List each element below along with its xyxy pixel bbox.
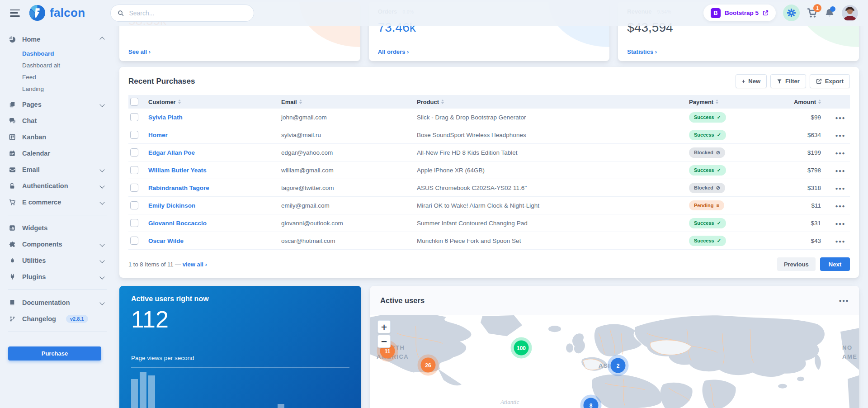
view-all-link[interactable]: view all › (183, 261, 207, 268)
search-box[interactable] (110, 5, 254, 22)
sidebar-item-plugins[interactable]: Plugins (8, 269, 107, 285)
user-avatar[interactable] (842, 5, 858, 21)
search-input[interactable] (128, 9, 247, 17)
select-all-checkbox[interactable] (130, 98, 138, 106)
previous-button[interactable]: Previous (777, 257, 816, 271)
customer-link[interactable]: Sylvia Plath (148, 114, 183, 121)
sidebar-item-widgets[interactable]: Widgets (8, 220, 107, 236)
top-navbar: falcon B Bootstrap 5 1 (0, 0, 868, 26)
divider (8, 215, 107, 215)
envelope-icon (8, 166, 16, 173)
card-menu-button[interactable]: ●●● (839, 298, 849, 303)
active-users-now-card: Active users right now 112 Page views pe… (119, 286, 361, 408)
row-checkbox[interactable] (130, 237, 138, 245)
map-card-title: Active users (380, 296, 425, 305)
filter-button[interactable]: Filter (770, 74, 806, 88)
customer-link[interactable]: Oscar Wilde (148, 237, 184, 244)
page-views-bar-chart (131, 368, 349, 408)
email-cell: giovanni@outlook.com (279, 214, 415, 232)
sidebar-item-chat[interactable]: Chat (8, 113, 107, 129)
chevron-right-icon: › (407, 48, 409, 55)
map-marker: 26 (421, 358, 436, 373)
customer-link[interactable]: Homer (148, 132, 168, 138)
world-map[interactable]: + − NORTHAMERICA ASIA NOAME Atlantic 11 … (370, 315, 859, 408)
column-header-email[interactable]: Email (279, 95, 415, 109)
sidebar-item-components[interactable]: Components (8, 236, 107, 252)
hamburger-menu-button[interactable] (10, 9, 20, 17)
table-row: Emily Dickinson emily@gmail.com Mirari O… (128, 197, 850, 214)
see-all-link[interactable]: See all › (128, 48, 151, 55)
next-button[interactable]: Next (820, 257, 850, 271)
settings-button[interactable] (783, 5, 800, 21)
sort-icon (818, 100, 821, 104)
row-checkbox[interactable] (130, 131, 138, 139)
customer-link[interactable]: Edgar Allan Poe (148, 149, 195, 156)
export-button[interactable]: Export (810, 74, 850, 88)
status-badge: Success✓ (689, 218, 726, 228)
external-link-icon (763, 10, 769, 16)
row-checkbox[interactable] (130, 201, 138, 209)
row-actions-menu[interactable]: ●●● (835, 133, 845, 138)
row-checkbox[interactable] (130, 148, 138, 157)
row-actions-menu[interactable]: ●●● (835, 239, 845, 244)
column-header-payment[interactable]: Payment (687, 95, 773, 109)
purchase-button[interactable]: Purchase (8, 346, 101, 361)
chevron-down-icon (99, 274, 104, 279)
sidebar-item-feed[interactable]: Feed (22, 71, 107, 83)
cart-button[interactable]: 1 (807, 8, 817, 18)
sidebar-item-pages[interactable]: Pages (8, 96, 107, 113)
row-checkbox[interactable] (130, 219, 138, 227)
notifications-button[interactable] (825, 8, 835, 18)
sidebar-item-ecommerce[interactable]: E commerce (8, 194, 107, 210)
new-button[interactable]: + New (736, 74, 767, 88)
sidebar-item-home[interactable]: Home (8, 31, 107, 47)
sidebar-item-changelog[interactable]: Changelog v2.8.1 (8, 311, 107, 327)
main-content: 58.39k See all › Orders 0.0% 73.46k All … (119, 0, 859, 408)
map-zoom-in-button[interactable]: + (377, 320, 391, 333)
row-actions-menu[interactable]: ●●● (835, 168, 845, 173)
row-actions-menu[interactable]: ●●● (835, 186, 845, 191)
sidebar-item-documentation[interactable]: Documentation (8, 294, 107, 311)
sidebar-item-dashboard-alt[interactable]: Dashboard alt (22, 59, 107, 71)
shopping-cart-icon (8, 199, 16, 206)
customer-link[interactable]: Emily Dickinson (148, 202, 195, 209)
statistics-link[interactable]: Statistics › (627, 48, 657, 55)
email-cell: tagore@twitter.com (279, 179, 415, 197)
status-badge: Success✓ (689, 236, 726, 246)
all-orders-link[interactable]: All orders › (378, 48, 409, 55)
customer-link[interactable]: Giovanni Boccaccio (148, 220, 207, 227)
row-actions-menu[interactable]: ●●● (835, 115, 845, 120)
map-zoom-out-button[interactable]: − (377, 335, 391, 348)
table-row: Edgar Allan Poe edgar@yahoo.com All-New … (128, 144, 850, 161)
kanban-icon (8, 134, 16, 140)
table-row: Sylvia Plath john@gmail.com Slick - Drag… (128, 109, 850, 126)
column-header-product[interactable]: Product (415, 95, 687, 109)
sidebar-item-calendar[interactable]: Calendar (8, 145, 107, 161)
sidebar-item-utilities[interactable]: Utilities (8, 252, 107, 269)
customer-link[interactable]: Rabindranath Tagore (148, 185, 209, 191)
recent-purchases-card: Recent Purchases + New Filter Export (119, 67, 859, 278)
bootstrap-logo-icon: B (711, 8, 721, 18)
column-header-amount[interactable]: Amount (773, 95, 823, 109)
customer-link[interactable]: William Butler Yeats (148, 167, 207, 174)
calendar-icon (8, 150, 16, 157)
row-actions-menu[interactable]: ●●● (835, 151, 845, 156)
row-checkbox[interactable] (130, 166, 138, 174)
sidebar-item-landing[interactable]: Landing (22, 83, 107, 95)
check-icon: ✓ (717, 132, 721, 138)
sidebar-item-authentication[interactable]: Authentication (8, 178, 107, 194)
column-header-customer[interactable]: Customer (146, 95, 279, 109)
email-cell: emily@gmail.com (279, 197, 415, 214)
bootstrap-badge[interactable]: B Bootstrap 5 (703, 5, 776, 21)
sidebar-item-email[interactable]: Email (8, 161, 107, 178)
export-icon (816, 78, 822, 84)
email-cell: william@gmail.com (279, 161, 415, 179)
falcon-logo[interactable]: falcon (29, 5, 85, 21)
sidebar-item-dashboard[interactable]: Dashboard (22, 47, 107, 59)
sidebar-item-kanban[interactable]: Kanban (8, 129, 107, 145)
row-actions-menu[interactable]: ●●● (835, 204, 845, 209)
row-actions-menu[interactable]: ●●● (835, 221, 845, 226)
row-checkbox[interactable] (130, 184, 138, 192)
row-checkbox[interactable] (130, 113, 138, 121)
recent-purchases-table: Customer Email Product Payment Amount Sy… (128, 95, 850, 250)
